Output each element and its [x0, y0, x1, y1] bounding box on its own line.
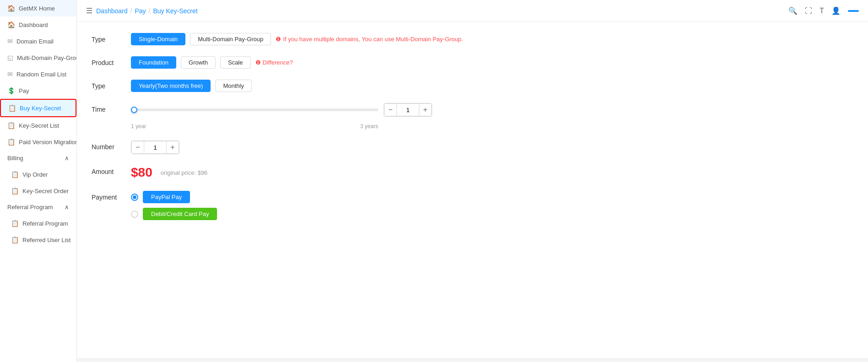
referred-user-list-label: Referred User List — [22, 237, 71, 243]
diff-icon: ❶ — [255, 59, 261, 66]
slider-thumb[interactable] — [131, 107, 137, 113]
menu-icon[interactable]: ☰ — [86, 6, 92, 15]
scale-btn[interactable]: Scale — [220, 56, 251, 69]
random-email-icon: ✉ — [7, 70, 13, 78]
billing-type-label: Type — [92, 80, 124, 90]
dashboard-icon: 🏠 — [7, 21, 15, 28]
breadcrumb-current: Buy Key-Secret — [153, 7, 197, 15]
time-label: Time — [92, 103, 124, 113]
monthly-btn[interactable]: Monthly — [215, 80, 252, 92]
referral-program-icon: 📋 — [11, 220, 19, 227]
sidebar-item-multi-domain[interactable]: ◱Multi-Domain Pay-Group — [0, 49, 76, 66]
product-row: Product Foundation Growth Scale ❶ Differ… — [92, 56, 853, 69]
referral-label: Referral Program — [7, 204, 53, 211]
breadcrumb-pay[interactable]: Pay — [135, 7, 146, 15]
sidebar-item-key-secret-order[interactable]: 📋Key-Secret Order — [4, 183, 76, 199]
billing-label: Billing — [7, 155, 23, 162]
pay-label: Pay — [19, 87, 29, 94]
search-icon[interactable]: 🔍 — [788, 6, 797, 15]
topbar-left: ☰ Dashboard / Pay / Buy Key-Secret — [86, 6, 198, 15]
sidebar-billing-section[interactable]: Billing∧ — [0, 150, 76, 166]
dashboard-label: Dashboard — [19, 22, 48, 28]
yearly-btn[interactable]: Yearly(Two months free) — [131, 80, 211, 92]
product-label: Product — [92, 56, 124, 66]
key-secret-order-icon: 📋 — [11, 187, 19, 195]
fullscreen-icon[interactable]: ⛶ — [805, 7, 812, 15]
number-label: Number — [92, 140, 124, 151]
sidebar-item-domain-email[interactable]: ✉Domain Email — [0, 33, 76, 49]
type-info-msg: ❶ If you have multiple domains, You can … — [276, 36, 463, 43]
sidebar-item-getmx-home[interactable]: 🏠GetMX Home — [0, 0, 76, 16]
paypal-pay-btn[interactable]: PayPal Pay — [143, 191, 190, 203]
user-avatar-icon[interactable]: 👤 — [831, 6, 841, 15]
multi-domain-btn[interactable]: Multi-Domain Pay-Group — [190, 33, 271, 45]
payment-content: PayPal Pay Debit/Credit Card Pay — [131, 191, 217, 220]
key-secret-list-icon: 📋 — [7, 122, 15, 129]
amount-row: Amount $80 original price: $96 — [92, 165, 853, 180]
number-increment-btn[interactable]: + — [166, 141, 179, 154]
billing-type-content: Yearly(Two months free) Monthly — [131, 80, 252, 92]
sidebar-item-buy-key-secret[interactable]: 📋Buy Key-Secret — [0, 99, 76, 117]
time-slider-track[interactable] — [131, 108, 378, 111]
domain-email-icon: ✉ — [7, 38, 13, 45]
getmx-home-icon: 🏠 — [7, 5, 15, 12]
type-row: Type Single-Domain Multi-Domain Pay-Grou… — [92, 33, 853, 45]
time-stepper: − + — [384, 103, 432, 117]
number-content: − + — [131, 140, 179, 154]
key-secret-list-label: Key-Secret List — [19, 122, 59, 129]
domain-email-label: Domain Email — [16, 38, 54, 45]
referred-user-list-icon: 📋 — [11, 236, 19, 243]
sidebar-item-random-email[interactable]: ✉Random Email List — [0, 66, 76, 82]
sidebar-item-vip-order[interactable]: 📋Vip Order — [4, 166, 76, 183]
vip-order-icon: 📋 — [11, 171, 19, 178]
number-input[interactable] — [144, 141, 166, 154]
referral-chevron: ∧ — [65, 204, 69, 211]
bottom-bar — [77, 358, 868, 362]
billing-type-row: Type Yearly(Two months free) Monthly — [92, 80, 853, 92]
buy-key-secret-label: Buy Key-Secret — [20, 105, 61, 112]
amount-price: $80 — [131, 165, 152, 180]
number-stepper: − + — [131, 140, 179, 154]
sidebar-item-key-secret-list[interactable]: 📋Key-Secret List — [0, 117, 76, 134]
number-decrement-btn[interactable]: − — [131, 141, 144, 154]
multi-domain-label: Multi-Domain Pay-Group — [17, 54, 77, 61]
random-email-label: Random Email List — [16, 71, 66, 78]
time-row: Time − + 1 year 3 years — [92, 103, 853, 130]
product-content: Foundation Growth Scale ❶ Difference? — [131, 56, 293, 69]
time-increment-btn[interactable]: + — [419, 103, 432, 116]
sidebar: 🏠GetMX Home🏠Dashboard✉Domain Email◱Multi… — [0, 0, 77, 362]
foundation-btn[interactable]: Foundation — [131, 56, 176, 69]
billing-chevron: ∧ — [65, 155, 69, 162]
topbar-right: 🔍 ⛶ T 👤 — [788, 6, 859, 15]
user-badge — [848, 10, 859, 12]
time-content: − + 1 year 3 years — [131, 103, 432, 130]
card-radio[interactable] — [131, 211, 138, 218]
referral-program-label: Referral Program — [22, 220, 68, 227]
paypal-radio[interactable] — [131, 194, 138, 201]
slider-labels: 1 year 3 years — [131, 123, 378, 130]
main-wrapper: ☰ Dashboard / Pay / Buy Key-Secret 🔍 ⛶ T… — [77, 0, 868, 362]
growth-btn[interactable]: Growth — [181, 56, 216, 69]
pay-icon: 💲 — [7, 87, 15, 94]
sidebar-item-pay[interactable]: 💲Pay — [0, 82, 76, 99]
difference-link[interactable]: ❶ Difference? — [255, 59, 293, 66]
info-icon: ❶ — [276, 36, 281, 43]
sidebar-item-dashboard[interactable]: 🏠Dashboard — [0, 16, 76, 33]
time-decrement-btn[interactable]: − — [384, 103, 397, 116]
vip-order-label: Vip Order — [22, 171, 48, 178]
sidebar-item-referral-program[interactable]: 📋Referral Program — [4, 215, 76, 232]
text-size-icon[interactable]: T — [819, 7, 824, 15]
sidebar-item-paid-version-migration[interactable]: 📋Paid Version Migration — [0, 134, 76, 150]
time-input[interactable] — [397, 103, 419, 116]
number-row: Number − + — [92, 140, 853, 154]
paid-version-migration-icon: 📋 — [7, 138, 15, 146]
topbar: ☰ Dashboard / Pay / Buy Key-Secret 🔍 ⛶ T… — [77, 0, 868, 22]
breadcrumb: Dashboard / Pay / Buy Key-Secret — [96, 7, 198, 15]
sidebar-referral-section[interactable]: Referral Program∧ — [0, 199, 76, 215]
single-domain-btn[interactable]: Single-Domain — [131, 33, 185, 45]
sidebar-item-referred-user-list[interactable]: 📋Referred User List — [4, 232, 76, 248]
breadcrumb-dashboard[interactable]: Dashboard — [96, 7, 128, 15]
multi-domain-icon: ◱ — [7, 54, 13, 61]
slider-max-label: 3 years — [360, 123, 378, 130]
card-pay-btn[interactable]: Debit/Credit Card Pay — [143, 208, 217, 220]
